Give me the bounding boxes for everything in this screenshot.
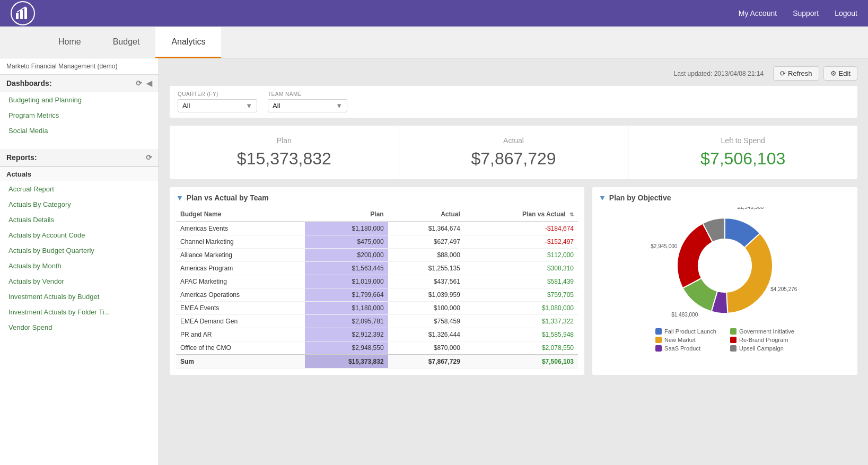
my-account-link[interactable]: My Account [739, 9, 777, 17]
sidebar-item-program-metrics[interactable]: Program Metrics [0, 108, 159, 123]
dashboards-refresh-icon[interactable]: ⟳ [136, 79, 142, 87]
sidebar-item-actuals-by-account-code[interactable]: Actuals by Account Code [0, 227, 159, 243]
tab-analytics[interactable]: Analytics [155, 27, 221, 58]
tab-budget[interactable]: Budget [97, 27, 156, 58]
cell-budget-name: Alliance Marketing [176, 249, 305, 262]
table-row: Office of the CMO $2,948,550 $870,000 $2… [176, 341, 578, 355]
svg-text:$1,483,000: $1,483,000 [671, 312, 698, 318]
top-bar: My Account Support Logout [0, 0, 868, 27]
table-title: Plan vs Actual by Team [187, 194, 269, 202]
cell-actual: $627,497 [388, 235, 464, 249]
sidebar-item-investment-actuals-by-budget[interactable]: Investment Actuals by Budget [0, 289, 159, 304]
sidebar-item-actuals-by-category[interactable]: Actuals By Category [0, 197, 159, 212]
cell-pva: $308,310 [464, 262, 578, 275]
chart-title: Plan by Objective [609, 194, 671, 202]
quarter-arrow-icon: ▼ [246, 102, 252, 110]
cell-plan: $2,912,392 [305, 328, 388, 341]
sidebar-item-investment-actuals-by-folder[interactable]: Investment Actuals by Folder Ti... [0, 304, 159, 320]
team-select[interactable]: All ▼ [268, 99, 347, 112]
col-pva[interactable]: Plan vs Actual ⇅ [464, 207, 578, 222]
tab-home[interactable]: Home [42, 27, 97, 58]
refresh-button[interactable]: ⟳ Refresh [773, 66, 819, 81]
logo [11, 1, 35, 25]
cell-plan: $475,000 [305, 235, 388, 249]
actual-card: Actual $7,867,729 [399, 126, 629, 179]
plan-label: Plan [186, 136, 383, 145]
reports-refresh-icon[interactable]: ⟳ [146, 153, 152, 162]
sidebar-item-actuals-by-vendor[interactable]: Actuals by Vendor [0, 274, 159, 289]
summary-cards: Plan $15,373,832 Actual $7,867,729 Left … [170, 126, 857, 179]
legend-item: SaaS Product [655, 345, 720, 352]
sidebar-item-budgeting[interactable]: Budgeting and Planning [0, 92, 159, 108]
left-value: $7,506,103 [644, 149, 841, 169]
svg-rect-0 [16, 13, 19, 19]
cell-budget-name: EMEA Events [176, 302, 305, 315]
dashboards-collapse-icon[interactable]: ◀ [146, 79, 152, 87]
refresh-icon: ⟳ [780, 69, 786, 77]
dashboards-section-header: Dashboards: ⟳ ◀ [0, 75, 159, 92]
table-filter-icon: ▼ [176, 194, 183, 202]
cell-budget-name: Americas Operations [176, 288, 305, 302]
sidebar-item-actuals-by-budget-quarterly[interactable]: Actuals by Budget Quarterly [0, 243, 159, 258]
legend-item: Re-Brand Program [730, 337, 794, 343]
cell-budget-name: Americas Events [176, 222, 305, 235]
team-label: TEAM NAME [268, 91, 347, 97]
chart-panel-title: ▼ Plan by Objective [599, 194, 851, 202]
cell-actual: $100,000 [388, 302, 464, 315]
reports-category-actuals: Actuals [0, 166, 159, 181]
chart-legend: Fall Product LaunchGovernment Initiative… [655, 328, 794, 352]
cell-plan: $1,180,000 [305, 302, 388, 315]
cell-sum-label: Sum [176, 355, 305, 369]
legend-item: Fall Product Launch [655, 328, 720, 335]
cell-budget-name: PR and AR [176, 328, 305, 341]
main-layout: Marketo Financial Management (demo) Dash… [0, 58, 868, 465]
filters-row: QUARTER (FY) All ▼ TEAM NAME All ▼ [170, 86, 857, 118]
cell-sum-actual: $7,867,729 [388, 355, 464, 369]
table-sum-row: Sum $15,373,832 $7,867,729 $7,506,103 [176, 355, 578, 369]
sidebar-item-accrual-report[interactable]: Accrual Report [0, 181, 159, 197]
cell-pva: $1,337,322 [464, 315, 578, 328]
content-area: Last updated: 2013/04/08 21:14 ⟳ Refresh… [159, 58, 868, 465]
cell-plan: $1,799,664 [305, 288, 388, 302]
cell-budget-name: Americas Program [176, 262, 305, 275]
quarter-select[interactable]: All ▼ [178, 99, 257, 112]
cell-actual: $1,364,674 [388, 222, 464, 235]
content-toolbar: Last updated: 2013/04/08 21:14 ⟳ Refresh… [170, 66, 857, 81]
table-row: Channel Marketing $475,000 $627,497 -$15… [176, 235, 578, 249]
logout-link[interactable]: Logout [835, 9, 857, 17]
cell-actual: $437,561 [388, 275, 464, 288]
chart-filter-icon: ▼ [599, 194, 606, 202]
gear-icon: ⚙ [830, 69, 837, 77]
cell-budget-name: Channel Marketing [176, 235, 305, 249]
col-actual: Actual [388, 207, 464, 222]
sidebar-item-vendor-spend[interactable]: Vendor Spend [0, 320, 159, 335]
plan-value: $15,373,832 [186, 149, 383, 169]
donut-chart: $1,543,500$4,205,276$645,000$1,483,000$2… [645, 207, 804, 324]
edit-button[interactable]: ⚙ Edit [823, 66, 857, 81]
table-row: Americas Program $1,563,445 $1,255,135 $… [176, 262, 578, 275]
svg-text:$4,205,276: $4,205,276 [770, 286, 797, 292]
sidebar-item-social-media[interactable]: Social Media [0, 123, 159, 138]
reports-label: Reports: [6, 153, 37, 162]
table-row: Alliance Marketing $200,000 $88,000 $112… [176, 249, 578, 262]
table-row: Americas Operations $1,799,664 $1,039,95… [176, 288, 578, 302]
sidebar: Marketo Financial Management (demo) Dash… [0, 58, 159, 465]
chart-panel: ▼ Plan by Objective $1,543,500$4,205,276… [592, 187, 857, 375]
svg-text:$1,543,500: $1,543,500 [737, 207, 764, 210]
sidebar-item-actuals-by-month[interactable]: Actuals by Month [0, 258, 159, 274]
cell-actual: $1,326,444 [388, 328, 464, 341]
cell-actual: $1,255,135 [388, 262, 464, 275]
cell-sum-plan: $15,373,832 [305, 355, 388, 369]
cell-actual: $870,000 [388, 341, 464, 355]
quarter-label: QUARTER (FY) [178, 91, 257, 97]
quarter-value: All [182, 102, 190, 110]
col-plan: Plan [305, 207, 388, 222]
cell-budget-name: APAC Marketing [176, 275, 305, 288]
support-link[interactable]: Support [793, 9, 819, 17]
cell-plan: $2,095,781 [305, 315, 388, 328]
sidebar-item-actuals-details[interactable]: Actuals Details [0, 212, 159, 227]
edit-label: Edit [839, 69, 851, 77]
bottom-panels: ▼ Plan vs Actual by Team Budget Name Pla… [170, 187, 857, 375]
svg-rect-1 [20, 10, 23, 19]
plan-card: Plan $15,373,832 [170, 126, 399, 179]
